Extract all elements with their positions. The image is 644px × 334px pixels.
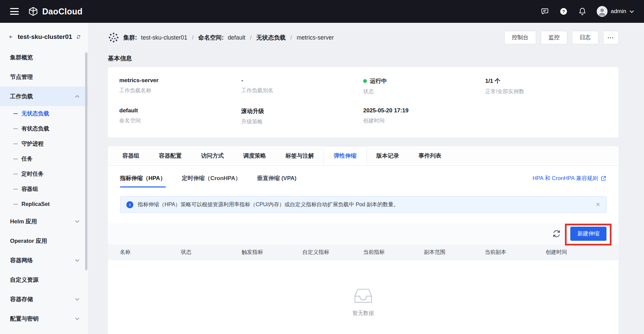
svg-text:?: ? [562,9,565,14]
info-field-instances: 1/1 个 正常/全部实例数 [485,77,607,95]
breadcrumb-cluster-value[interactable]: test-sku-cluster01 [141,34,187,41]
basic-info-title: 基本信息 [108,54,619,62]
tab-labels-annotations[interactable]: 标签与注解 [276,146,324,165]
info-field-upgrade-strategy: 滚动升级 升级策略 [241,107,363,125]
breadcrumb-cluster-label: 集群: [123,34,137,42]
sidebar-item-workloads[interactable]: 工作负载 [0,87,88,106]
sidebar-item-replicasets[interactable]: ReplicaSet [0,197,88,212]
column-header-status: 状态 [181,249,242,256]
sidebar-item-daemonsets[interactable]: 守护进程 [0,136,88,151]
info-label: 创建时间 [363,117,485,124]
detail-card: 容器组 容器配置 访问方式 调度策略 标签与注解 弹性伸缩 版本记录 事件列表 … [108,146,619,334]
info-label: 升级策略 [241,118,363,125]
back-arrow-icon[interactable] [9,33,13,41]
tab-pods[interactable]: 容器组 [113,146,149,165]
table-toolbar: 新建伸缩 [108,223,619,244]
help-icon[interactable]: ? [559,7,568,16]
chevron-up-icon [75,95,79,98]
hpa-compat-rules-text: HPA 和 CronHPA 兼容规则 [532,175,598,182]
sidebar-item-config-secrets[interactable]: 配置与密钥 [0,309,88,328]
dash-icon [13,174,18,174]
breadcrumb-namespace-value[interactable]: default [228,34,246,41]
tab-container-config[interactable]: 容器配置 [149,146,191,165]
dash-icon [13,204,18,205]
workload-tabs: 容器组 容器配置 访问方式 调度策略 标签与注解 弹性伸缩 版本记录 事件列表 [108,146,619,166]
sidebar-item-jobs[interactable]: 任务 [0,151,88,166]
info-label: 工作负载别名 [241,87,363,94]
sidebar-item-custom-resources[interactable]: 自定义资源 [0,270,88,289]
daocloud-logo: DaoCloud [28,6,82,16]
hamburger-menu-icon[interactable] [10,8,19,15]
tab-event-list[interactable]: 事件列表 [409,146,451,165]
brand-name: DaoCloud [42,7,82,16]
sidebar-item-container-storage[interactable]: 容器存储 [0,289,88,309]
sidebar-item-stateless-workloads[interactable]: 无状态负载 [0,106,88,121]
close-icon[interactable]: × [596,201,600,208]
info-value: 1/1 个 [485,77,607,85]
sidebar-item-stateful-workloads[interactable]: 有状态负载 [0,121,88,136]
sidebar-item-label: 容器网络 [10,257,33,264]
tab-version-history[interactable]: 版本记录 [367,146,409,165]
user-menu[interactable]: admin [597,6,634,17]
logs-button[interactable]: 日志 [572,31,598,44]
info-icon: i [126,201,133,208]
breadcrumb-separator: / [191,34,194,41]
column-header-name: 名称 [120,249,181,256]
sidebar-item-cronjobs[interactable]: 定时任务 [0,166,88,181]
column-header-custom-metric: 自定义指标 [303,249,364,256]
sidebar-scrollbar[interactable] [85,52,87,270]
sidebar-item-label: Helm 应用 [10,218,37,225]
sidebar-cluster-name: test-sku-cluster01 [18,33,72,41]
dash-icon [13,159,18,159]
column-header-created-time: 创建时间 [546,249,607,256]
sidebar-item-node-management[interactable]: 节点管理 [0,67,88,87]
alert-text: 指标伸缩（HPA）策略可以根据资源利用率指标（CPU/内存）或自定义指标自动扩展… [138,201,399,208]
hpa-compat-rules-link[interactable]: HPA 和 CronHPA 兼容规则 [532,175,606,187]
subtab-hpa[interactable]: 指标伸缩（HPA） [120,174,166,187]
sidebar-item-label: 集群概览 [10,54,33,61]
more-actions-button[interactable]: ··· [603,31,619,44]
dash-icon [13,113,18,114]
sidebar-item-cluster-overview[interactable]: 集群概览 [0,48,88,67]
sidebar-item-helm-apps[interactable]: Helm 应用 [0,212,88,231]
header-actions: 控制台 监控 日志 ··· [504,31,619,44]
cluster-switch-icon[interactable] [76,33,81,41]
monitor-button[interactable]: 监控 [541,31,567,44]
breadcrumb-workload-name: metrics-server [297,34,334,41]
tab-autoscaling[interactable]: 弹性伸缩 [324,146,367,165]
message-icon[interactable] [540,7,549,16]
status-text: 运行中 [370,77,387,85]
console-button[interactable]: 控制台 [504,31,536,44]
sidebar-item-label: 容器存储 [10,295,33,303]
subtab-vpa[interactable]: 垂直伸缩 (VPA) [257,174,297,187]
column-header-current-replicas: 当前副本 [485,249,546,256]
empty-text: 暂无数据 [352,310,374,317]
info-field-workload-alias: - 工作负载别名 [241,77,363,95]
chevron-down-icon [75,298,79,301]
tab-access-method[interactable]: 访问方式 [191,146,234,165]
daocloud-logo-icon [28,6,38,16]
chevron-down-icon [75,317,79,320]
info-value: default [119,107,241,114]
sidebar-item-operator-apps[interactable]: Operator 应用 [0,231,88,250]
sidebar-item-label: 守护进程 [21,140,44,148]
subtab-cronhpa[interactable]: 定时伸缩（CronHPA） [182,174,241,187]
info-value: - [241,77,363,84]
basic-info-card: metrics-server 工作负载名称 - 工作负载别名 运行中 状态 1/… [108,67,619,137]
user-name: admin [611,8,626,15]
sidebar-item-label: 配置与密钥 [10,315,39,323]
info-label: 正常/全部实例数 [485,88,607,95]
create-hpa-button[interactable]: 新建伸缩 [570,227,606,241]
avatar[interactable] [597,6,607,17]
sidebar-item-container-network[interactable]: 容器网络 [0,250,88,270]
dash-icon [13,128,18,129]
bell-icon[interactable] [578,7,587,16]
refresh-icon[interactable] [552,229,561,238]
breadcrumb-workload-type[interactable]: 无状态负载 [256,34,286,42]
chevron-down-icon [75,220,79,223]
sidebar-item-pods[interactable]: 容器组 [0,181,88,197]
chevron-down-icon [630,10,634,13]
column-header-current-metric: 当前指标 [363,249,424,256]
tab-scheduling-policy[interactable]: 调度策略 [234,146,276,165]
sidebar-item-label: 容器组 [21,185,38,193]
